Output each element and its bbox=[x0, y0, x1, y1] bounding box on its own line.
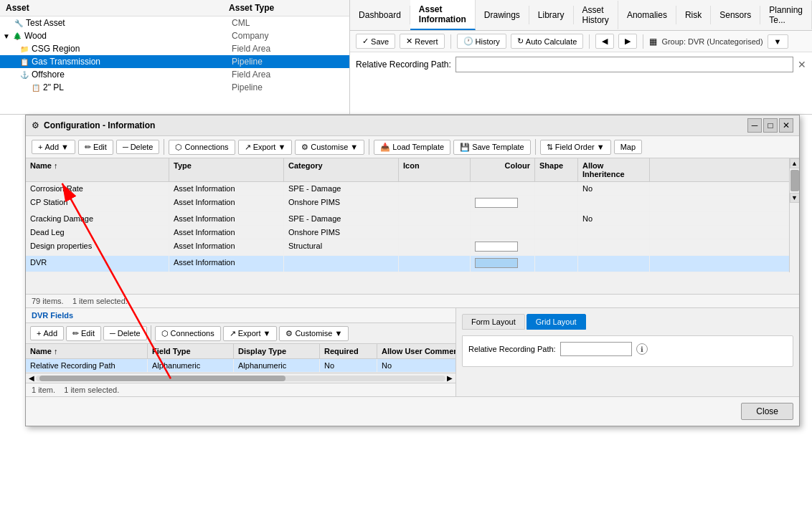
tree-item-gas-transmission[interactable]: 📋 Gas Transmission Pipeline bbox=[0, 55, 349, 68]
save-template-button[interactable]: 💾 Save Template bbox=[453, 140, 531, 155]
fc-displaytype-header[interactable]: Display Type bbox=[234, 344, 320, 358]
tree-item-offshore[interactable]: ⚓ Offshore Field Area bbox=[0, 68, 349, 81]
dlg-sep1 bbox=[164, 139, 164, 155]
tab-planning[interactable]: Planning Te... bbox=[760, 1, 812, 29]
dvr-fields-row[interactable]: Relative Recording Path Alphanumeric Alp… bbox=[26, 359, 455, 373]
export-button[interactable]: ↗ Export ▼ bbox=[238, 140, 293, 155]
table-row[interactable]: Corrosion Rate Asset Information SPE - D… bbox=[26, 182, 789, 196]
configuration-dialog: ⚙ Configuration - Information ─ □ ✕ + Ad… bbox=[25, 115, 800, 426]
dialog-close-button[interactable]: ✕ bbox=[779, 118, 793, 133]
tab-asset-information[interactable]: Asset Information bbox=[410, 0, 476, 30]
tab-sensors[interactable]: Sensors bbox=[711, 6, 760, 24]
close-button[interactable]: Close bbox=[741, 403, 793, 420]
row-name: Cracking Damage bbox=[26, 212, 169, 225]
load-template-button[interactable]: 📥 Load Template bbox=[374, 140, 450, 155]
fc-fieldtype-header[interactable]: Field Type bbox=[148, 344, 234, 358]
table-row[interactable]: Cracking Damage Asset Information SPE - … bbox=[26, 212, 789, 226]
inherit-col-header[interactable]: Allow Inheritence bbox=[578, 158, 650, 181]
save-button[interactable]: ✓ Save bbox=[356, 34, 395, 49]
next-button[interactable]: ▶ bbox=[618, 34, 637, 49]
history-button[interactable]: 🕐 History bbox=[457, 34, 506, 49]
form-layout-tab[interactable]: Form Layout bbox=[462, 314, 525, 330]
revert-button[interactable]: ✕ Revert bbox=[400, 34, 444, 49]
tree-expand-wood[interactable]: ▼ bbox=[3, 32, 10, 40]
dvr-add-button[interactable]: + Add bbox=[30, 326, 64, 340]
dvr-add-label: Add bbox=[43, 329, 57, 338]
recording-path-input[interactable] bbox=[560, 342, 632, 356]
table-row-dvr[interactable]: DVR Asset Information bbox=[26, 256, 789, 272]
fc-name-header[interactable]: Name ↑ bbox=[26, 344, 148, 358]
scroll-thumb[interactable] bbox=[790, 170, 799, 191]
info-icon[interactable]: ℹ bbox=[636, 343, 648, 355]
type-col-header-main[interactable]: Type bbox=[169, 158, 284, 181]
dialog-icon: ⚙ bbox=[32, 120, 39, 130]
row-shape bbox=[535, 239, 578, 255]
table-row[interactable]: Design properties Asset Information Stru… bbox=[26, 239, 789, 256]
export-dropdown: ▼ bbox=[278, 143, 285, 151]
fc-required-header[interactable]: Required bbox=[320, 344, 377, 358]
tree-item-csg[interactable]: 📁 CSG Region Field Area bbox=[0, 42, 349, 55]
colour-col-header[interactable]: Colour bbox=[471, 158, 535, 181]
field-order-button[interactable]: ⇅ Field Order ▼ bbox=[540, 140, 611, 155]
tab-drawings[interactable]: Drawings bbox=[476, 6, 529, 24]
group-dropdown[interactable]: ▼ bbox=[768, 34, 788, 49]
tree-item-wood[interactable]: ▼ 🌲 Wood Company bbox=[0, 29, 349, 42]
table-row[interactable]: CP Station Asset Information Onshore PIM… bbox=[26, 196, 789, 212]
row-colour-dvr bbox=[471, 256, 535, 272]
main-table-scrollbar[interactable]: ▲ ▼ bbox=[789, 158, 799, 272]
scroll-up[interactable]: ▲ bbox=[790, 158, 800, 168]
tree-label-offshore: Offshore bbox=[32, 70, 232, 80]
tab-anomalies[interactable]: Anomalies bbox=[618, 6, 676, 24]
category-col-header[interactable]: Category bbox=[284, 158, 399, 181]
dvr-export-button[interactable]: ↗ Export ▼ bbox=[223, 326, 278, 341]
scroll-down[interactable]: ▼ bbox=[790, 193, 800, 203]
tree-item-2pl[interactable]: 📋 2" PL Pipeline bbox=[0, 81, 349, 94]
map-button[interactable]: Map bbox=[614, 140, 642, 154]
sep1 bbox=[450, 34, 451, 49]
pencil-icon-dvr: ✏ bbox=[72, 329, 79, 338]
tab-asset-history[interactable]: Asset History bbox=[574, 1, 618, 29]
main-status-bar: 79 items. 1 item selected. bbox=[26, 295, 799, 308]
add-label: Add bbox=[44, 143, 59, 151]
dvr-customise-label: Customise bbox=[295, 329, 332, 338]
table-row[interactable]: Dead Leg Asset Information Onshore PIMS bbox=[26, 226, 789, 239]
tab-dashboard[interactable]: Dashboard bbox=[350, 6, 410, 24]
tab-risk[interactable]: Risk bbox=[676, 6, 711, 24]
row-name: Dead Leg bbox=[26, 226, 169, 239]
delete-button[interactable]: ─ Delete bbox=[116, 140, 160, 154]
shape-col-header[interactable]: Shape bbox=[535, 158, 578, 181]
dialog-title: Configuration - Information bbox=[44, 120, 743, 130]
sep3 bbox=[643, 34, 643, 49]
dvr-connections-button[interactable]: ⬡ Connections bbox=[155, 326, 221, 341]
icon-col-header[interactable]: Icon bbox=[399, 158, 471, 181]
hscrollbar[interactable]: ◀ ▶ bbox=[26, 373, 455, 383]
hscroll-right[interactable]: ▶ bbox=[445, 374, 454, 382]
hscroll-left[interactable]: ◀ bbox=[27, 374, 36, 382]
customise-button[interactable]: ⚙ Customise ▼ bbox=[295, 140, 364, 155]
grid-layout-tab[interactable]: Grid Layout bbox=[527, 314, 586, 330]
customise-dropdown: ▼ bbox=[350, 143, 358, 151]
hscroll-thumb[interactable] bbox=[39, 376, 285, 381]
trash-icon: ─ bbox=[123, 143, 128, 151]
fc-allowcomments-header[interactable]: Allow User Comments bbox=[377, 344, 455, 358]
minimize-button[interactable]: ─ bbox=[747, 118, 762, 133]
relative-path-input[interactable] bbox=[455, 57, 793, 72]
dvr-items-count: 1 item. bbox=[32, 386, 55, 394]
connections-button[interactable]: ⬡ Connections bbox=[169, 140, 235, 155]
delete-label: Delete bbox=[131, 143, 154, 151]
auto-calc-icon: ↻ bbox=[517, 37, 524, 46]
dvr-customise-button[interactable]: ⚙ Customise ▼ bbox=[279, 326, 349, 341]
dvr-delete-button[interactable]: ─ Delete bbox=[103, 326, 147, 340]
edit-button[interactable]: ✏ Edit bbox=[78, 140, 113, 155]
clear-button[interactable]: ✕ bbox=[798, 59, 806, 70]
relative-recording-path-field: Relative Recording Path: ℹ bbox=[468, 342, 787, 356]
row-type: Asset Information bbox=[169, 226, 284, 239]
tree-item-test-asset[interactable]: 🔧 Test Asset CML bbox=[0, 16, 349, 29]
auto-calculate-button[interactable]: ↻ Auto Calculate bbox=[511, 34, 584, 49]
restore-button[interactable]: □ bbox=[763, 118, 778, 133]
add-button[interactable]: + Add ▼ bbox=[32, 140, 75, 154]
prev-button[interactable]: ◀ bbox=[595, 34, 614, 49]
tab-library[interactable]: Library bbox=[529, 6, 574, 24]
name-col-header[interactable]: Name ↑ bbox=[26, 158, 169, 181]
dvr-edit-button[interactable]: ✏ Edit bbox=[66, 326, 101, 341]
